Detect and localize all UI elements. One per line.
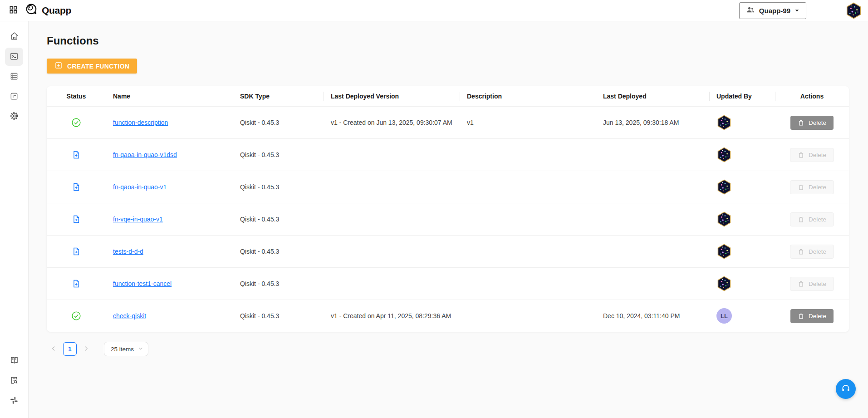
sidebar-item-board[interactable] — [5, 88, 23, 106]
sdk-type-value: Qiskit - 0.45.3 — [233, 312, 324, 320]
apps-grid-button[interactable] — [5, 3, 21, 18]
updated-by-avatar — [716, 179, 732, 195]
brand-home-link[interactable]: Quapp — [25, 3, 71, 18]
sdk-type-value: Qiskit - 0.45.3 — [233, 183, 324, 191]
delete-label: Delete — [809, 119, 826, 126]
function-name-link[interactable]: fn-vqe-in-quao-v1 — [113, 216, 163, 223]
user-avatar[interactable] — [845, 2, 862, 19]
table-row: check-qiskit Qiskit - 0.45.3 v1 - Create… — [47, 300, 849, 332]
column-header-name: Name — [106, 86, 233, 106]
book-icon — [10, 355, 19, 366]
pagination-prev-button[interactable] — [49, 344, 58, 354]
delete-label: Delete — [809, 313, 826, 320]
trash-icon — [798, 313, 804, 320]
status-draft-file-icon — [72, 150, 81, 159]
delete-button[interactable]: Delete — [790, 116, 834, 130]
top-bar: Quapp Quapp-99 — [0, 0, 868, 21]
pagination: 1 25 items — [47, 342, 850, 356]
delete-label: Delete — [809, 248, 826, 255]
caret-down-icon — [794, 8, 799, 13]
trash-icon — [798, 216, 804, 223]
page-size-select[interactable]: 25 items — [104, 342, 148, 356]
sidebar-item-home[interactable] — [5, 28, 23, 46]
delete-label: Delete — [809, 280, 826, 287]
slack-icon — [10, 396, 19, 406]
column-header-description: Description — [460, 86, 596, 106]
settings-gear-icon — [10, 111, 19, 122]
page-title: Functions — [47, 34, 850, 48]
column-header-sdk-type: SDK Type — [233, 86, 324, 106]
sdk-type-value: Qiskit - 0.45.3 — [233, 248, 324, 255]
table-row: fn-vqe-in-quao-v1 Qiskit - 0.45.3 — [47, 203, 849, 235]
delete-button: Delete — [790, 245, 834, 259]
delete-button: Delete — [790, 277, 834, 291]
updated-by-avatar — [716, 244, 732, 259]
function-name-link[interactable]: function-test1-cancel — [113, 280, 172, 287]
chevron-down-icon — [138, 346, 143, 353]
function-name-link[interactable]: function-description — [113, 119, 168, 126]
updated-by-avatar — [716, 211, 732, 227]
function-name-link[interactable]: fn-qaoa-in-quao-v1 — [113, 183, 167, 191]
main-content: Functions CREATE FUNCTION StatusNameSDK … — [29, 21, 868, 418]
table-row: fn-qaoa-in-quao-v1 Qiskit - 0.45.3 — [47, 171, 849, 203]
table-row: function-test1-cancel Qiskit - 0.45.3 — [47, 267, 849, 300]
delete-button: Delete — [790, 148, 834, 162]
create-function-button[interactable]: CREATE FUNCTION — [47, 59, 137, 74]
sdk-type-value: Qiskit - 0.45.3 — [233, 151, 324, 158]
last-deployed-version-value: v1 - Created on Jun 13, 2025, 09:30:07 A… — [324, 118, 460, 127]
home-icon — [10, 31, 19, 42]
column-header-status: Status — [47, 86, 106, 106]
table-row: function-description Qiskit - 0.45.3 v1 … — [47, 106, 849, 138]
sidebar-item-settings[interactable] — [5, 108, 23, 126]
sdk-type-value: Qiskit - 0.45.3 — [233, 119, 324, 126]
table-body: function-description Qiskit - 0.45.3 v1 … — [47, 106, 849, 332]
table-header: StatusNameSDK TypeLast Deployed VersionD… — [47, 86, 849, 106]
delete-button: Delete — [790, 212, 834, 226]
team-icon — [746, 5, 755, 16]
quapp-logo-icon — [25, 3, 38, 18]
sidebar-item-slack[interactable] — [5, 392, 23, 410]
sdk-type-value: Qiskit - 0.45.3 — [233, 216, 324, 223]
support-button[interactable] — [836, 379, 856, 399]
updated-by-avatar — [716, 147, 732, 162]
trash-icon — [798, 248, 804, 255]
team-selector-button[interactable]: Quapp-99 — [739, 2, 806, 19]
status-draft-file-icon — [72, 279, 81, 288]
updated-by-avatar — [716, 115, 732, 130]
last-deployed-version-value: v1 - Created on Apr 11, 2025, 08:29:36 A… — [324, 311, 460, 320]
chevron-left-icon — [50, 345, 57, 353]
sidebar-item-docs[interactable] — [5, 352, 23, 370]
last-deployed-value: Jun 13, 2025, 09:30:18 AM — [596, 119, 709, 126]
trash-icon — [798, 119, 804, 126]
function-name-link[interactable]: fn-qaoa-in-quao-v1dsd — [113, 151, 177, 158]
trash-icon — [798, 152, 804, 158]
table-row: tests-d-d-d Qiskit - 0.45.3 — [47, 235, 849, 267]
trash-icon — [798, 184, 804, 191]
brand-name: Quapp — [42, 5, 71, 16]
function-name-link[interactable]: tests-d-d-d — [113, 248, 143, 255]
status-draft-file-icon — [72, 247, 81, 256]
sidebar-item-resources[interactable] — [5, 68, 23, 86]
status-active-icon — [71, 311, 81, 321]
function-name-link[interactable]: check-qiskit — [113, 312, 146, 320]
delete-label: Delete — [809, 152, 826, 158]
status-draft-file-icon — [72, 215, 81, 224]
chevron-right-icon — [83, 345, 89, 353]
delete-button: Delete — [790, 180, 834, 194]
delete-button[interactable]: Delete — [790, 309, 834, 323]
status-active-icon — [71, 118, 81, 128]
headset-icon — [841, 384, 851, 395]
updated-by-avatar — [716, 276, 732, 291]
board-icon — [10, 92, 19, 102]
sidebar-item-logs[interactable] — [5, 372, 23, 390]
sidebar-item-functions[interactable] — [5, 48, 23, 66]
pagination-next-button[interactable] — [82, 344, 90, 354]
column-header-updated-by: Updated By — [709, 86, 775, 106]
apps-grid-icon — [9, 5, 18, 15]
team-label: Quapp-99 — [759, 7, 790, 15]
stack-icon — [10, 72, 19, 82]
trash-icon — [798, 280, 804, 287]
column-header-actions: Actions — [775, 86, 849, 106]
pagination-page-button[interactable]: 1 — [63, 342, 77, 356]
table-row: fn-qaoa-in-quao-v1dsd Qiskit - 0.45.3 — [47, 138, 849, 171]
